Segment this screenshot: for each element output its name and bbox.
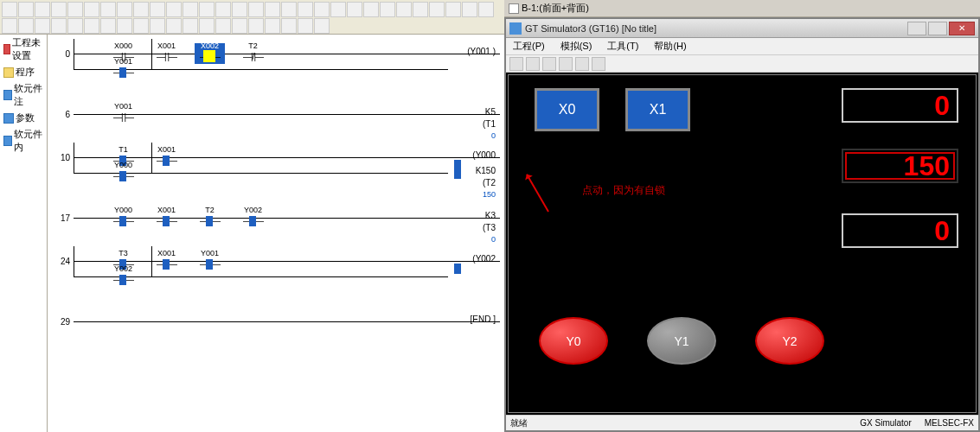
ladder-rung[interactable]: 17Y000X001T2Y002K3(T30 <box>52 203 500 233</box>
ladder-contact[interactable]: Y001 <box>108 104 138 124</box>
toolbar-icon[interactable] <box>18 2 34 17</box>
tree-item-program[interactable]: 程序 <box>0 64 47 80</box>
toolbar-icon[interactable] <box>84 18 99 34</box>
ladder-diagram[interactable]: 0X000X001X002T2(Y001 )Y0016Y001K5(T1010T… <box>48 35 504 432</box>
toolbar-icon[interactable] <box>413 2 428 17</box>
toolbar-icon[interactable] <box>215 2 231 17</box>
toolbar-icon[interactable] <box>363 2 379 17</box>
toolbar-icon[interactable] <box>35 2 50 17</box>
ladder-contact[interactable]: T2 <box>195 207 225 228</box>
indicator-y0[interactable]: Y0 <box>539 317 608 365</box>
hmi-button-x0[interactable]: X0 <box>535 88 599 131</box>
ladder-contact[interactable]: Y000 <box>108 207 138 228</box>
toolbar-icon[interactable] <box>347 2 362 17</box>
tree-item-project[interactable]: 工程未设置 <box>0 35 47 64</box>
toolbar-icon[interactable] <box>150 18 165 34</box>
ladder-contact[interactable]: X001 <box>151 43 182 64</box>
ladder-contact[interactable]: X001 <box>151 207 182 228</box>
toolbar-icon[interactable] <box>166 2 182 17</box>
toolbar-icon[interactable] <box>248 18 264 34</box>
ladder-rung[interactable]: 29[END ] <box>52 307 500 337</box>
toolbar-icon[interactable] <box>51 2 67 17</box>
toolbar-icon[interactable] <box>18 18 34 34</box>
ladder-contact[interactable]: X002 <box>195 43 225 64</box>
document-tab[interactable]: B-1:(前面+背面) <box>504 0 980 17</box>
indicator-y1[interactable]: Y1 <box>647 317 716 365</box>
toolbar-icon[interactable] <box>429 2 445 17</box>
ladder-contact[interactable]: Y002 <box>108 266 138 287</box>
tree-item-device-comment[interactable]: 软元件注 <box>0 80 47 110</box>
tree-item-device-memory[interactable]: 软元件内 <box>0 126 47 156</box>
toolbar-icon[interactable] <box>100 2 116 17</box>
simulator-toolbar <box>506 55 978 73</box>
close-button[interactable]: ✕ <box>949 22 975 35</box>
toolbar-icon[interactable] <box>526 57 540 71</box>
toolbar-icon[interactable] <box>265 2 280 17</box>
ladder-contact[interactable]: X001 <box>151 251 182 271</box>
toolbar-icon[interactable] <box>67 2 83 17</box>
toolbar-icon[interactable] <box>183 18 198 34</box>
toolbar-icon[interactable] <box>281 18 297 34</box>
ladder-contact[interactable]: Y001 <box>108 59 138 79</box>
indicator-y2[interactable]: Y2 <box>755 317 824 365</box>
toolbar-icon[interactable] <box>117 2 132 17</box>
ladder-contact[interactable]: T2 <box>238 43 268 64</box>
ladder-rung[interactable]: 6Y001K5(T10 <box>52 99 500 130</box>
toolbar-icon[interactable] <box>183 2 198 17</box>
status-simulator: GX Simulator <box>860 418 911 428</box>
toolbar-icon[interactable] <box>592 57 605 71</box>
ladder-rung[interactable]: 24T3X001Y001(Y002Y002 <box>52 246 500 276</box>
toolbar-icon[interactable] <box>2 18 17 34</box>
simulator-titlebar[interactable]: GT Simulator3 (GT16) [No title] ✕ <box>506 19 978 38</box>
toolbar-icon[interactable] <box>330 2 346 17</box>
toolbar-icon[interactable] <box>265 18 280 34</box>
tree-item-parameters[interactable]: 参数 <box>0 110 47 126</box>
toolbar-icon[interactable] <box>445 2 461 17</box>
toolbar-icon[interactable] <box>248 2 264 17</box>
ladder-contact[interactable]: Y000 <box>108 162 138 183</box>
toolbar-icon[interactable] <box>117 18 132 34</box>
minimize-button[interactable] <box>907 22 926 35</box>
toolbar-icon[interactable] <box>559 57 573 71</box>
toolbar-icon[interactable] <box>67 18 83 34</box>
toolbar-icon[interactable] <box>215 18 231 34</box>
toolbar-icon[interactable] <box>199 18 215 34</box>
toolbar-icon[interactable] <box>166 18 182 34</box>
toolbar-icon[interactable] <box>380 2 395 17</box>
toolbar-icon[interactable] <box>462 2 477 17</box>
toolbar-icon[interactable] <box>2 2 17 17</box>
toolbar-icon[interactable] <box>478 2 494 17</box>
toolbar-icon[interactable] <box>314 2 330 17</box>
toolbar-icon[interactable] <box>575 57 589 71</box>
menu-tools[interactable]: 工具(T) <box>604 40 642 53</box>
toolbar-icon[interactable] <box>150 2 165 17</box>
toolbar-icon[interactable] <box>396 2 412 17</box>
toolbar-icon[interactable] <box>133 18 149 34</box>
ladder-contact[interactable]: X001 <box>151 147 182 168</box>
ladder-contact[interactable]: Y001 <box>195 251 225 271</box>
toolbar-icon[interactable] <box>509 57 523 71</box>
toolbar-icon[interactable] <box>314 18 330 34</box>
toolbar-icon[interactable] <box>199 2 215 17</box>
toolbar-icon[interactable] <box>133 2 149 17</box>
menu-simulate[interactable]: 模拟(S) <box>557 40 596 53</box>
toolbar-icon[interactable] <box>100 18 116 34</box>
toolbar-icon[interactable] <box>232 2 247 17</box>
menu-help[interactable]: 帮助(H) <box>650 40 689 53</box>
menu-project[interactable]: 工程(P) <box>509 40 548 53</box>
maximize-button[interactable] <box>928 22 947 35</box>
toolbar-icon[interactable] <box>281 2 297 17</box>
toolbar-icon[interactable] <box>35 18 50 34</box>
ladder-rung[interactable]: 0X000X001X002T2(Y001 )Y001 <box>52 39 500 69</box>
toolbar-icon[interactable] <box>84 2 99 17</box>
ladder-contact[interactable]: Y002 <box>238 207 268 228</box>
toolbar-icon[interactable] <box>232 18 247 34</box>
ladder-rung[interactable]: 10T1X001(Y000Y000K150(T2150 <box>52 143 500 173</box>
toolbar-icon[interactable] <box>298 18 313 34</box>
toolbar-icon[interactable] <box>51 18 67 34</box>
hmi-button-x1[interactable]: X1 <box>625 88 690 131</box>
tree-label: 程序 <box>16 66 35 79</box>
annotation-arrow <box>526 174 549 212</box>
toolbar-icon[interactable] <box>542 57 556 71</box>
toolbar-icon[interactable] <box>298 2 313 17</box>
